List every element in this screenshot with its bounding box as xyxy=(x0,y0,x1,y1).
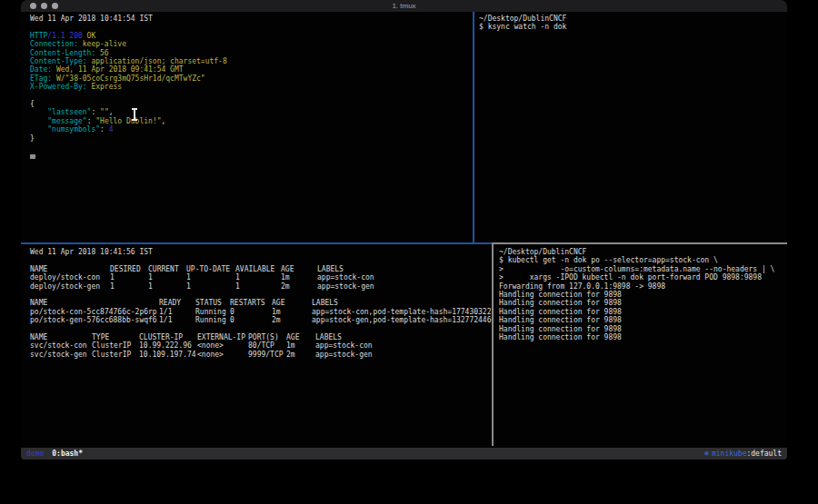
table-cell: 1/1 xyxy=(159,316,195,324)
mouse-ibeam-cursor xyxy=(134,110,135,119)
table-cell: 80/TCP xyxy=(248,341,286,350)
table-cell: deploy/stock-con xyxy=(30,273,110,282)
table-cell: 0 xyxy=(230,316,272,324)
column-header: NAME xyxy=(30,299,159,307)
column-header: AGE xyxy=(286,333,315,341)
column-header: TYPE xyxy=(92,333,139,341)
cwd-line: ~/Desktop/DublinCNCF xyxy=(499,248,787,256)
table-cell: 1 xyxy=(186,273,235,282)
output-line: Handling connection for 9898 xyxy=(499,299,787,307)
table-cell: 1 xyxy=(148,282,186,291)
table-cell: app=stock-con xyxy=(317,273,492,282)
http-header-line: X-Powered-By:Express xyxy=(30,83,473,91)
kube-context: minikube xyxy=(712,450,747,458)
table-cell: svc/stock-con xyxy=(30,341,92,350)
column-header: NAME xyxy=(30,265,110,273)
screen: 1. tmux Wed 11 Apr 2018 10:41:54 IST HTT… xyxy=(0,0,818,504)
table-cell: <none> xyxy=(197,351,248,359)
table-cell: po/stock-gen-576cc688bb-swqf6 xyxy=(30,316,159,324)
column-header: UP-TO-DATE xyxy=(186,265,235,273)
json-line-numsymbols: "numsymbols": 4 xyxy=(30,125,473,133)
column-header: READY xyxy=(159,299,195,307)
services-table: NAMETYPECLUSTER-IPEXTERNAL-IPPORT(S)AGEL… xyxy=(30,333,492,359)
table-cell: 1 xyxy=(110,273,148,282)
pane-port-forward[interactable]: ~/Desktop/DublinCNCF $ kubectl get -n do… xyxy=(494,244,787,446)
column-header: CURRENT xyxy=(148,265,186,273)
minimize-button[interactable] xyxy=(41,3,47,9)
pane-kubectl-resources[interactable]: Wed 11 Apr 2018 10:41:56 IST NAMEDESIRED… xyxy=(21,244,492,446)
table-cell: app=stock-gen xyxy=(317,282,492,291)
table-cell: app=stock-con,pod-template-hash=17743032… xyxy=(312,308,492,316)
table-cell: 1m xyxy=(272,308,312,316)
status-right: ⊛ minikube :default xyxy=(704,450,782,458)
command-line: $ kubectl get -n dok po --selector=app=s… xyxy=(499,256,787,264)
column-header: AGE xyxy=(281,265,317,273)
output-line: Forwarding from 127.0.0.1:9898 -> 9898 xyxy=(499,282,787,291)
column-header: DESIRED xyxy=(110,265,148,273)
command-continuation-line: > xargs -IPOD kubectl -n dok port-forwar… xyxy=(499,273,787,282)
timestamp-line: Wed 11 Apr 2018 10:41:54 IST xyxy=(30,15,473,23)
column-header: LABELS xyxy=(315,333,492,341)
column-header: EXTERNAL-IP xyxy=(197,333,248,341)
output-line: Handling connection for 9898 xyxy=(499,333,787,341)
json-open-brace: { xyxy=(30,100,473,108)
zoom-button[interactable] xyxy=(52,3,58,9)
json-close-brace: } xyxy=(30,134,473,143)
table-cell: po/stock-con-5cc874766c-2p6rp xyxy=(30,308,159,316)
http-header-line: ETag:W/"38-05coCsrg3mQ75sHr1d/qcMTwYZc" xyxy=(30,74,473,83)
traffic-lights xyxy=(30,3,58,9)
column-header: NAME xyxy=(30,333,92,341)
prompt-line xyxy=(30,152,473,160)
table-cell: ClusterIP xyxy=(92,351,139,359)
session-name: demo xyxy=(26,450,44,458)
pane-ksync[interactable]: ~/Desktop/DublinCNCF $ ksync watch -n do… xyxy=(474,12,787,242)
timestamp-line: Wed 11 Apr 2018 10:41:56 IST xyxy=(30,248,492,256)
column-header: RESTARTS xyxy=(230,299,272,307)
table-cell: svc/stock-gen xyxy=(30,351,92,359)
table-cell: <none> xyxy=(197,341,248,350)
table-cell: 2m xyxy=(281,282,317,291)
output-line: Handling connection for 9898 xyxy=(499,308,787,316)
output-line: Handling connection for 9898 xyxy=(499,291,787,299)
table-cell: app=stock-gen,pod-template-hash=13277244… xyxy=(312,316,492,324)
table-cell: 10.99.222.96 xyxy=(139,341,197,350)
pods-table: NAMEREADYSTATUSRESTARTSAGELABELS po/stoc… xyxy=(30,299,492,324)
table-cell: Running xyxy=(195,316,230,324)
http-header-line: Content-Length:56 xyxy=(30,49,473,57)
window-tab[interactable]: 0:bash* xyxy=(52,450,83,458)
deployments-table: NAMEDESIREDCURRENTUP-TO-DATEAVAILABLEAGE… xyxy=(30,265,492,291)
output-line: Handling connection for 9898 xyxy=(499,316,787,324)
terminal-window: 1. tmux Wed 11 Apr 2018 10:41:54 IST HTT… xyxy=(21,0,787,460)
http-header-line: Content-Type:application/json; charset=u… xyxy=(30,57,473,65)
table-cell: deploy/stock-gen xyxy=(30,282,110,291)
table-cell: 1 xyxy=(235,273,281,282)
table-cell: 9999/TCP xyxy=(248,351,286,359)
kube-namespace: :default xyxy=(746,450,782,458)
table-cell: 1 xyxy=(110,282,148,291)
column-header: CLUSTER-IP xyxy=(139,333,197,341)
pane-http-response[interactable]: Wed 11 Apr 2018 10:41:54 IST HTTP/1.1 20… xyxy=(21,12,473,242)
helm-icon: ⊛ xyxy=(704,450,709,458)
http-header-line: Date:Wed, 11 Apr 2018 09:41:54 GMT xyxy=(30,65,473,74)
http-header-line: Connection:keep-alive xyxy=(30,40,473,48)
table-cell: 1m xyxy=(281,273,317,282)
table-cell: ClusterIP xyxy=(92,341,139,350)
output-line: Handling connection for 9898 xyxy=(499,325,787,333)
json-line-message: "message": "Hello Dublin!", xyxy=(30,117,473,125)
window-titlebar[interactable]: 1. tmux xyxy=(21,0,787,13)
table-cell: 0 xyxy=(230,308,272,316)
table-cell: app=stock-con xyxy=(315,341,492,350)
column-header: LABELS xyxy=(312,299,492,307)
table-cell: app=stock-gen xyxy=(315,351,492,359)
column-header: PORT(S) xyxy=(248,333,286,341)
pane-divider-vertical-active[interactable] xyxy=(473,12,474,242)
tmux-status-bar: demo 0:bash* ⊛ minikube :default xyxy=(21,448,787,460)
table-cell: 1 xyxy=(148,273,186,282)
window-title: 1. tmux xyxy=(21,0,787,12)
table-cell: 2m xyxy=(286,351,315,359)
command-continuation-line: > -o=custom-columns=:metadata.name --no-… xyxy=(499,265,787,273)
table-cell: 10.109.197.74 xyxy=(139,351,197,359)
close-button[interactable] xyxy=(30,3,36,9)
terminal-cursor xyxy=(30,154,35,159)
http-status-line: HTTP/1.1 200OK xyxy=(30,32,473,40)
